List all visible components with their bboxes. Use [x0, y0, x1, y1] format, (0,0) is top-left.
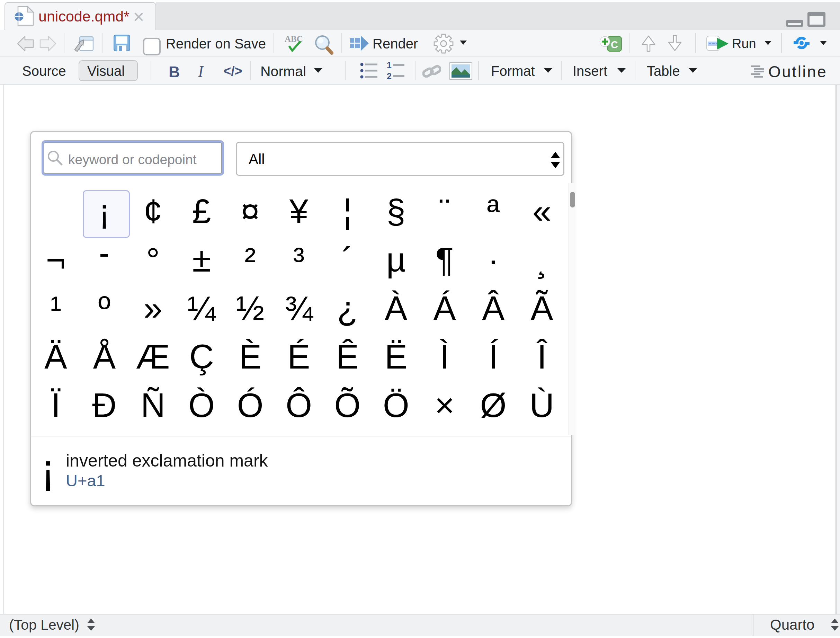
svg-text:2: 2 — [387, 71, 392, 81]
svg-text:1: 1 — [387, 61, 392, 70]
svg-text:C: C — [611, 39, 618, 50]
